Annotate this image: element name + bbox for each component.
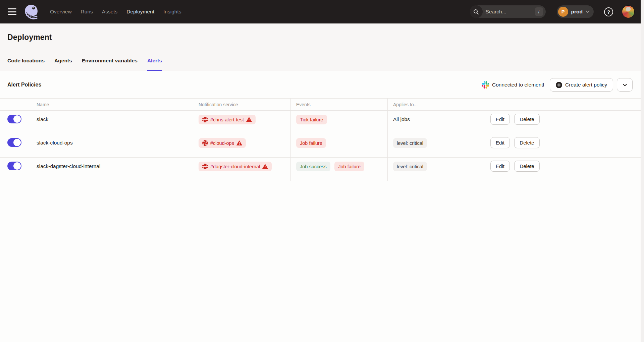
event-chip: Tick failure <box>296 115 327 124</box>
top-navbar: Overview Runs Assets Deployment Insights… <box>0 0 641 23</box>
nav-runs[interactable]: Runs <box>81 9 93 15</box>
policy-name: slack-dagster-cloud-internal <box>31 158 193 181</box>
scrollbar[interactable] <box>641 0 644 342</box>
alerts-content: Alert Policies Connected to elementl Cre… <box>0 71 641 181</box>
table-row: slack #chris-alert-test Tick failure All… <box>0 111 641 134</box>
applies-to-value: All jobs <box>393 115 410 122</box>
edit-button[interactable]: Edit <box>490 161 510 172</box>
create-alert-policy-button[interactable]: Create alert policy <box>550 78 613 92</box>
slack-icon <box>482 81 489 89</box>
search-icon <box>470 5 483 18</box>
tab-environment-variables[interactable]: Environment variables <box>82 58 138 71</box>
policy-enabled-toggle[interactable] <box>7 162 21 170</box>
notification-service-chip: #chris-alert-test <box>199 115 256 124</box>
slack-connected-status: Connected to elementl <box>482 81 544 89</box>
primary-nav: Overview Runs Assets Deployment Insights <box>50 9 181 15</box>
applies-to-chip: level: critical <box>393 138 427 148</box>
user-avatar[interactable] <box>622 5 635 18</box>
dagster-octopus-icon <box>24 4 40 20</box>
slack-icon-red <box>202 140 208 146</box>
navbar-right-group: Search... / P prod ? <box>470 5 635 18</box>
alert-policies-toolbar: Alert Policies Connected to elementl Cre… <box>0 71 641 98</box>
col-notification-service: Notification service <box>193 99 290 110</box>
tab-code-locations[interactable]: Code locations <box>7 58 45 71</box>
col-events: Events <box>290 99 387 110</box>
app-root: Overview Runs Assets Deployment Insights… <box>0 0 644 342</box>
edit-button[interactable]: Edit <box>490 114 510 125</box>
deployment-initial-badge: P <box>558 7 568 17</box>
slack-icon-red <box>202 164 208 169</box>
menu-icon[interactable] <box>8 8 16 15</box>
page-title: Deployment <box>7 33 52 42</box>
search-placeholder: Search... <box>486 9 535 15</box>
nav-overview[interactable]: Overview <box>50 9 72 15</box>
applies-to-chip: level: critical <box>393 162 427 171</box>
policy-enabled-toggle[interactable] <box>7 138 21 147</box>
col-actions <box>485 99 641 110</box>
delete-button[interactable]: Delete <box>514 137 539 148</box>
event-chip: Job success <box>296 162 330 171</box>
nav-deployment[interactable]: Deployment <box>126 9 154 15</box>
deployment-switcher[interactable]: P prod <box>557 5 594 18</box>
delete-button[interactable]: Delete <box>514 161 539 172</box>
policy-enabled-toggle[interactable] <box>7 115 21 123</box>
event-chip: Job failure <box>296 138 326 148</box>
chevron-down-icon <box>586 10 590 13</box>
connected-label: Connected to elementl <box>492 82 544 88</box>
dagster-logo[interactable] <box>24 4 40 20</box>
warning-triangle-icon <box>246 117 252 122</box>
delete-button[interactable]: Delete <box>514 114 539 125</box>
warning-triangle-icon <box>236 140 242 146</box>
plus-circle-icon <box>556 82 562 88</box>
event-chip: Job failure <box>334 162 364 171</box>
more-options-button[interactable] <box>617 78 633 92</box>
notification-service-chip: #cloud-ops <box>199 138 246 148</box>
help-button[interactable]: ? <box>604 7 613 16</box>
nav-assets[interactable]: Assets <box>102 9 118 15</box>
page-header: Deployment Code locations Agents Environ… <box>0 23 641 71</box>
deployment-name: prod <box>571 9 583 15</box>
notification-service-chip: #dagster-cloud-internal <box>199 162 272 171</box>
table-row: slack-cloud-ops #cloud-ops Job failure l… <box>0 134 641 158</box>
alert-policies-table: Name Notification service Events Applies… <box>0 98 641 181</box>
table-header-row: Name Notification service Events Applies… <box>0 98 641 111</box>
tab-alerts[interactable]: Alerts <box>147 58 162 71</box>
toolbar-actions: Connected to elementl Create alert polic… <box>482 78 633 92</box>
nav-insights[interactable]: Insights <box>163 9 181 15</box>
col-applies-to: Applies to... <box>387 99 485 110</box>
edit-button[interactable]: Edit <box>490 137 510 148</box>
table-row: slack-dagster-cloud-internal #dagster-cl… <box>0 158 641 181</box>
search-input[interactable]: Search... / <box>470 5 546 18</box>
policy-name: slack-cloud-ops <box>31 134 193 157</box>
search-shortcut-badge: / <box>535 7 543 16</box>
slack-icon-red <box>202 117 208 122</box>
section-title: Alert Policies <box>7 82 41 88</box>
col-name: Name <box>31 99 193 110</box>
tab-agents[interactable]: Agents <box>54 58 72 71</box>
col-toggle <box>0 99 31 110</box>
warning-triangle-icon <box>262 164 268 169</box>
deployment-tabs: Code locations Agents Environment variab… <box>7 58 162 71</box>
policy-name: slack <box>31 111 193 134</box>
chevron-down-icon <box>623 83 627 87</box>
question-mark-icon: ? <box>607 9 610 15</box>
